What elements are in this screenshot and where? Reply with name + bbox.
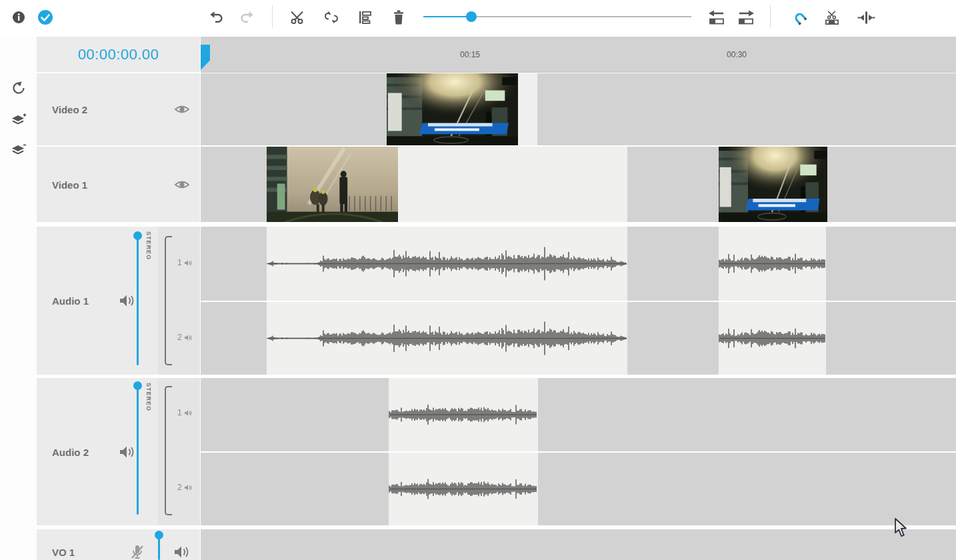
nudge-right-button[interactable]: [737, 9, 755, 26]
channel-number: 2: [177, 483, 182, 492]
speaker-icon[interactable]: [173, 545, 189, 559]
channel-group-bracket: [165, 236, 172, 365]
audio-clip-waveform[interactable]: [719, 227, 826, 301]
track-label: VO 1: [52, 547, 75, 558]
track-header-audio-2: Audio 2 STEREO 1 2: [37, 378, 200, 525]
speaker-icon[interactable]: [119, 445, 135, 459]
channel-speaker-icon: [184, 409, 192, 417]
clip-thumbnail: [719, 147, 827, 222]
channel-speaker-icon: [184, 259, 192, 267]
remove-track-icon[interactable]: [9, 139, 28, 157]
track-header-vo-1: VO 1: [37, 529, 200, 560]
track-header-audio-1: Audio 1 STEREO 1 2: [37, 227, 200, 375]
video-clip[interactable]: [719, 147, 827, 222]
track-lane-video-1: [201, 147, 956, 222]
info-icon[interactable]: [11, 9, 27, 26]
stereo-group-label: STEREO: [145, 231, 152, 260]
volume-slider-knob[interactable]: [155, 531, 163, 539]
audio-2-channel-1-lane: [201, 378, 956, 451]
timeline-ruler[interactable]: 00:15 00:30: [201, 37, 956, 73]
audio-clip-waveform[interactable]: [267, 302, 627, 375]
channel-2-toggle[interactable]: 2: [177, 333, 192, 342]
track-lane-video-2: [201, 73, 956, 145]
audio-1-channel-1-lane: [201, 227, 956, 301]
video-clip[interactable]: [387, 73, 537, 145]
trim-mode-button[interactable]: [857, 9, 875, 26]
sequence-overview-button[interactable]: [357, 9, 373, 26]
zoom-slider-fill: [423, 16, 471, 17]
playhead-marker[interactable]: [201, 45, 210, 70]
track-label: Video 1: [52, 179, 87, 190]
speaker-icon[interactable]: [119, 294, 135, 307]
zoom-slider-knob[interactable]: [466, 11, 477, 22]
visibility-eye-icon[interactable]: [174, 103, 190, 115]
timeline-app: 00:00:00.00 00:15 00:30 Video 2: [0, 0, 956, 560]
track-label: Video 2: [52, 104, 87, 115]
mic-muted-icon[interactable]: [130, 544, 145, 560]
channel-1-toggle[interactable]: 1: [177, 408, 192, 417]
unlink-button[interactable]: [323, 9, 339, 26]
track-label: Audio 1: [52, 295, 89, 307]
ruler-mark: 00:30: [727, 50, 747, 59]
channel-number: 1: [177, 258, 182, 267]
timecode-display[interactable]: 00:00:00.00: [37, 37, 200, 72]
track-header-video-2: Video 2: [37, 73, 200, 145]
audio-clip-waveform[interactable]: [267, 227, 627, 301]
add-track-icon[interactable]: [9, 109, 28, 127]
volume-slider[interactable]: [137, 385, 139, 515]
snap-magnet-icon[interactable]: [791, 9, 807, 26]
toolbar-divider: [770, 5, 771, 28]
audio-clip-waveform[interactable]: [719, 302, 826, 375]
visibility-eye-icon[interactable]: [174, 179, 190, 191]
clip-thumbnail: [267, 147, 398, 222]
audio-2-channel-2-lane: [201, 453, 956, 525]
volume-slider[interactable]: [137, 235, 139, 365]
volume-slider-knob[interactable]: [133, 381, 142, 390]
toolbar-divider: [272, 5, 273, 28]
track-label: Audio 2: [52, 446, 89, 457]
audio-clip-waveform[interactable]: [389, 378, 538, 451]
track-lane-vo-1: [201, 529, 956, 560]
channel-1-toggle[interactable]: 1: [177, 258, 192, 267]
channel-strip: 1 2: [158, 378, 200, 525]
channel-speaker-icon: [184, 484, 192, 491]
undo-button[interactable]: [208, 9, 224, 26]
channel-2-toggle[interactable]: 2: [177, 483, 192, 492]
track-header-video-1: Video 1: [37, 147, 200, 222]
channel-number: 1: [177, 408, 182, 417]
loop-playback-icon[interactable]: [9, 79, 28, 97]
volume-slider-knob[interactable]: [133, 231, 142, 240]
timecode-panel: 00:00:00.00: [37, 37, 200, 72]
delete-trash-button[interactable]: [391, 9, 407, 26]
stereo-group-label: STEREO: [145, 383, 152, 411]
redo-button[interactable]: [239, 9, 255, 26]
channel-strip: 1 2: [158, 227, 200, 375]
ruler-mark: 00:15: [460, 50, 480, 59]
video-clip[interactable]: [267, 147, 627, 222]
cut-scissors-button[interactable]: [290, 9, 306, 26]
nudge-left-button[interactable]: [707, 9, 725, 26]
timeline-sidebar: [0, 36, 37, 560]
audio-1-channel-2-lane: [201, 302, 956, 375]
channel-number: 2: [177, 333, 182, 342]
zoom-slider[interactable]: [423, 11, 691, 22]
audio-clip-waveform[interactable]: [389, 453, 538, 525]
toolbar: [0, 0, 956, 36]
channel-speaker-icon: [184, 334, 192, 341]
channel-group-bracket: [165, 386, 172, 515]
razor-all-button[interactable]: [824, 9, 840, 26]
approve-check-icon[interactable]: [37, 9, 53, 26]
clip-thumbnail: [387, 73, 518, 145]
